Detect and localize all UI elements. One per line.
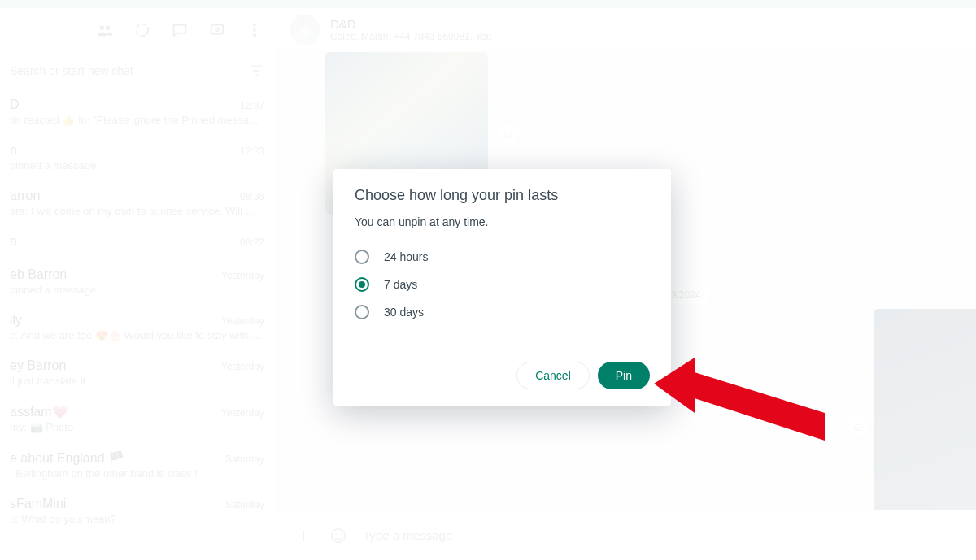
duration-options: 24 hours7 days30 days	[355, 243, 650, 326]
radio-label: 30 days	[384, 306, 424, 319]
dialog-title: Choose how long your pin lasts	[355, 187, 650, 204]
radio-label: 7 days	[384, 278, 417, 291]
pin-duration-dialog: Choose how long your pin lasts You can u…	[333, 169, 671, 406]
pin-button[interactable]: Pin	[598, 362, 650, 389]
dialog-subtitle: You can unpin at any time.	[355, 215, 650, 228]
radio-label: 24 hours	[384, 250, 428, 263]
duration-option[interactable]: 7 days	[355, 271, 650, 298]
duration-option[interactable]: 30 days	[355, 298, 650, 326]
radio-icon	[355, 277, 369, 292]
cancel-button[interactable]: Cancel	[516, 362, 590, 389]
radio-icon	[355, 250, 369, 264]
radio-icon	[355, 305, 369, 319]
dialog-buttons: Cancel Pin	[355, 362, 650, 389]
duration-option[interactable]: 24 hours	[355, 243, 650, 271]
